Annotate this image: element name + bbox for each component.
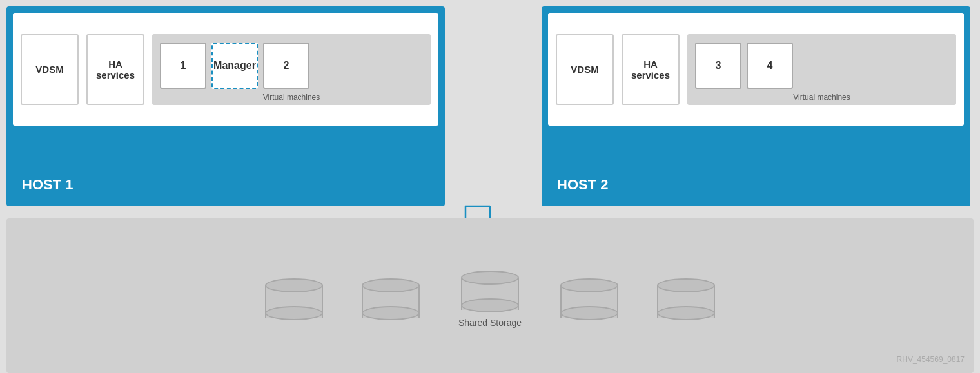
disk-1 xyxy=(265,278,323,320)
host1-block: VDSM HA services 1 Manager 2 Virtual mac… xyxy=(6,6,445,206)
host1-content: VDSM HA services 1 Manager 2 Virtual mac… xyxy=(13,13,438,126)
host1-vm2: 2 xyxy=(263,43,309,89)
disk-2 xyxy=(362,278,420,320)
host2-block: VDSM HA services 3 4 Virtual machines HO… xyxy=(542,6,970,206)
disk-5 xyxy=(657,278,715,320)
host2-content: VDSM HA services 3 4 Virtual machines xyxy=(548,13,964,126)
host2-vm4: 4 xyxy=(747,43,793,89)
watermark: RHV_454569_0817 xyxy=(897,355,965,364)
host2-vdsm: VDSM xyxy=(556,34,614,105)
diagram-container: VDSM HA services 1 Manager 2 Virtual mac… xyxy=(0,0,980,373)
host2-vm-container: 3 4 Virtual machines xyxy=(687,34,956,105)
disk-3-shared: Shared Storage xyxy=(458,271,522,328)
disk-4 xyxy=(560,278,618,320)
host1-label: HOST 1 xyxy=(22,177,73,193)
host1-vm-label: Virtual machines xyxy=(263,93,320,102)
host2-label: HOST 2 xyxy=(557,177,608,193)
storage-area: Shared Storage xyxy=(6,218,974,373)
shared-storage-label: Shared Storage xyxy=(458,318,522,328)
storage-disks: Shared Storage xyxy=(265,271,715,328)
host1-vm-manager: Manager xyxy=(211,43,258,89)
host2-ha-services: HA services xyxy=(622,34,680,105)
host1-vdsm: VDSM xyxy=(21,34,79,105)
host2-vm3: 3 xyxy=(695,43,741,89)
host2-vm-label: Virtual machines xyxy=(793,93,850,102)
host1-vm1: 1 xyxy=(160,43,206,89)
host1-vm-container: 1 Manager 2 Virtual machines xyxy=(152,34,431,105)
host1-ha-services: HA services xyxy=(86,34,144,105)
